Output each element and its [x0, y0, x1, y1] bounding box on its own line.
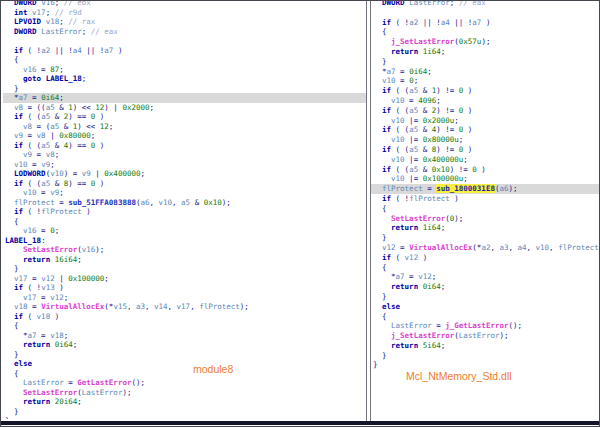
code-token: ( ( [23, 112, 41, 121]
code-line[interactable]: } [3, 350, 367, 360]
code-line[interactable]: v18 = VirtualAllocEx(*v15, a3, v14, v17,… [3, 302, 367, 312]
code-line[interactable]: if ( !v13 ) [3, 283, 367, 293]
code-line[interactable]: j_SetLastError(0x57u); [371, 37, 599, 47]
code-line[interactable]: v8 = (a5 & 1) << 12; [3, 122, 367, 132]
code-line[interactable]: *a7 = v12; [371, 272, 599, 282]
code-line[interactable]: SetLastError(0); [371, 214, 599, 224]
code-line[interactable]: if ( (a5 & 4) != 0 ) [371, 125, 599, 135]
code-pane-left[interactable]: DWORD v16; // ebx int v17; // r9d LPVOID… [3, 1, 367, 419]
code-line[interactable]: { [3, 55, 367, 65]
code-line[interactable]: } [3, 416, 367, 419]
code-token: LastError [459, 331, 500, 340]
code-token: ) = [64, 169, 82, 178]
code-line[interactable]: *a7 = v18; [3, 331, 367, 341]
code-line[interactable]: } [3, 84, 367, 94]
code-line[interactable]: LastError = j_GetLastError(); [371, 321, 599, 331]
code-line[interactable]: v17 = v12; [3, 293, 367, 303]
code-line[interactable]: v16 = 87; [3, 65, 367, 75]
code-line[interactable]: } [371, 233, 599, 243]
code-line[interactable]: j_SetLastError(LastError); [371, 331, 599, 341]
code-token: flProtect [14, 198, 55, 207]
code-line[interactable]: { [3, 217, 367, 227]
code-line[interactable]: v9 = v8; [3, 150, 367, 160]
code-line[interactable]: if ( (a5 & 8) != 0 ) [371, 145, 599, 155]
code-line[interactable]: { [3, 321, 367, 331]
code-line[interactable]: DWORD LastError; // eax [371, 1, 599, 8]
code-line[interactable]: return 16i64; [3, 255, 367, 265]
code-line[interactable]: } [3, 264, 367, 274]
code-line[interactable] [371, 8, 599, 18]
code-line[interactable]: v10 |= 0x100000u; [371, 174, 599, 184]
code-token: DWORD [373, 1, 405, 7]
code-line[interactable]: if ( (a5 & 0x10) != 0 ) [371, 165, 599, 175]
code-line[interactable]: } [371, 292, 599, 302]
code-line[interactable]: return 1i64; [371, 223, 599, 233]
code-token: v8 [37, 131, 46, 140]
code-line[interactable]: else [3, 359, 367, 369]
code-line[interactable]: return 1i64; [371, 47, 599, 57]
code-line[interactable]: v10 = 4096; [371, 96, 599, 106]
code-line[interactable]: { [3, 369, 367, 379]
code-token: a2 [41, 46, 50, 55]
code-line[interactable]: if ( v12 ) [371, 253, 599, 263]
code-token: if [5, 312, 23, 321]
code-line[interactable]: } [3, 407, 367, 417]
code-line[interactable]: if ( !flProtect ) [371, 194, 599, 204]
code-line[interactable]: v16 = 0; [3, 226, 367, 236]
code-line[interactable]: if ( (a5 & 8) == 0 ) [3, 179, 367, 189]
code-token: 0x2000u [423, 116, 455, 125]
code-line[interactable]: if ( (a5 & 1) != 0 ) [371, 86, 599, 96]
code-line[interactable]: v12 = VirtualAllocEx(*a2, a3, a4, v10, f… [371, 243, 599, 253]
code-line[interactable]: flProtect = sub_1800031E8(a6); [371, 184, 599, 194]
code-line[interactable]: { [371, 27, 599, 37]
code-line[interactable]: LastError = GetLastError(); [3, 378, 367, 388]
code-token: ) << [77, 122, 100, 131]
code-line[interactable]: if ( (a5 & 2) != 0 ) [371, 106, 599, 116]
code-token [373, 155, 391, 164]
code-line[interactable]: SetLastError(LastError); [3, 388, 367, 398]
code-line[interactable]: goto LABEL_18; [3, 74, 367, 84]
code-line[interactable]: v10 |= 0x80000u; [371, 135, 599, 145]
code-token: LODWORD [5, 169, 46, 178]
code-line[interactable]: int v17; // r9d [3, 8, 367, 18]
code-line[interactable]: v8 = ((a5 & 1) << 12) | 0x2000; [3, 103, 367, 113]
code-line[interactable]: v10 |= 0x400000u; [371, 155, 599, 165]
code-line[interactable]: LABEL_18: [3, 236, 367, 246]
code-line[interactable]: LPVOID v18; // rax [3, 17, 367, 27]
code-token: a4 [518, 243, 527, 252]
code-line[interactable]: return 0i64; [3, 340, 367, 350]
pane-divider[interactable] [366, 1, 367, 421]
code-line[interactable]: { [371, 204, 599, 214]
code-line[interactable]: v10 = v9; [3, 160, 367, 170]
code-line[interactable]: if ( !a2 || !a4 || !a7 ) [3, 46, 367, 56]
code-line[interactable]: LODWORD(v10) = v9 | 0x400000; [3, 169, 367, 179]
code-line[interactable]: *a7 = 0i64; [371, 67, 599, 77]
code-line[interactable]: v10 |= 0x2000u; [371, 116, 599, 126]
code-line[interactable]: } [371, 351, 599, 361]
code-line[interactable]: } [371, 360, 599, 370]
code-line[interactable]: *a7 = 0i64; [3, 93, 367, 103]
code-line[interactable]: SetLastError(v16); [3, 245, 367, 255]
code-line[interactable]: v10 = 0; [371, 76, 599, 86]
code-line[interactable]: if ( !a2 || !a4 || !a7 ) [371, 18, 599, 28]
code-line[interactable]: DWORD LastError; // eax [3, 27, 367, 37]
code-line[interactable]: return 5i64; [371, 341, 599, 351]
code-line[interactable] [3, 36, 367, 46]
code-line[interactable]: if ( (a5 & 2) == 0 ) [3, 112, 367, 122]
code-token: ; [441, 47, 446, 56]
code-line[interactable]: else [371, 302, 599, 312]
code-line[interactable]: { [371, 312, 599, 322]
code-line[interactable]: flProtect = sub_51FFA083888(a6, v10, a5 … [3, 198, 367, 208]
code-line[interactable]: v17 = v12 | 0x100000; [3, 274, 367, 284]
code-line[interactable]: return 0i64; [371, 282, 599, 292]
code-line[interactable]: return 20i64; [3, 397, 367, 407]
code-line[interactable]: { [371, 263, 599, 273]
highlighted-token[interactable]: sub_1800031E8 [436, 184, 495, 193]
code-line[interactable]: v9 = v8 | 0x80000; [3, 131, 367, 141]
code-line[interactable]: v10 = v9; [3, 188, 367, 198]
code-line[interactable]: if ( (a5 & 4) == 0 ) [3, 141, 367, 151]
code-pane-right[interactable]: DWORD LastError; // eax if ( !a2 || !a4 … [371, 1, 599, 419]
code-line[interactable]: if ( !flProtect ) [3, 207, 367, 217]
code-line[interactable]: if ( v18 ) [3, 312, 367, 322]
code-line[interactable]: } [371, 57, 599, 67]
